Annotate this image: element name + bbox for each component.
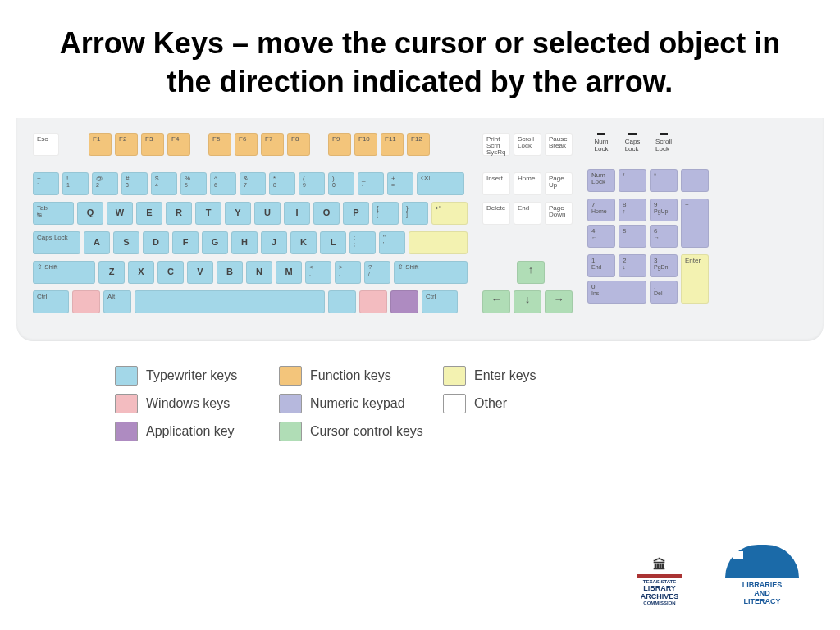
key-home: Home xyxy=(514,172,541,195)
key-c: C xyxy=(158,261,184,284)
key-d: D xyxy=(143,231,169,254)
keyboard-diagram: Esc F1 F2 F3 F4 F5 F6 F7 F8 F9 F10 F11 F… xyxy=(16,118,824,341)
legend-function: Function keys xyxy=(279,366,443,386)
key-slash: ?/ xyxy=(364,261,390,284)
key-1: !1 xyxy=(62,172,89,195)
key-n: N xyxy=(246,261,272,284)
key-g: G xyxy=(202,231,228,254)
key-arrow-left: ← xyxy=(482,290,510,313)
key-q: Q xyxy=(77,202,103,225)
key-5: %5 xyxy=(180,172,207,195)
legend-other: Other xyxy=(443,394,574,413)
logo-library-archives: 🏛 TEXAS STATE LIBRARY ARCHIVES COMMISSIO… xyxy=(627,558,692,605)
key-delete: Delete xyxy=(482,202,510,225)
key-printscreen: Print Scrn SysRq xyxy=(482,133,510,156)
legend: Typewriter keys Function keys Enter keys… xyxy=(115,366,840,441)
key-f3: F3 xyxy=(141,133,164,156)
legend-numeric: Numeric keypad xyxy=(279,394,443,413)
key--: _- xyxy=(358,172,384,195)
numpad-9: 9PgUp xyxy=(650,199,678,221)
key-arrow-down: ↓ xyxy=(514,290,541,313)
indicator-capslock: Caps Lock xyxy=(619,133,646,153)
key-period: >. xyxy=(335,261,361,284)
numpad-multiply: * xyxy=(650,169,678,192)
key-f10: F10 xyxy=(354,133,377,156)
key-bracket-right: }] xyxy=(402,202,428,225)
key-f: F xyxy=(172,231,199,254)
key-alt-left: Alt xyxy=(103,290,131,313)
numpad-subtract: - xyxy=(681,169,709,192)
key-pause: Pause Break xyxy=(545,133,573,156)
key-f5: F5 xyxy=(208,133,231,156)
numpad-7: 7Home xyxy=(587,199,615,221)
key-j: J xyxy=(261,231,287,254)
indicator-numlock: Num Lock xyxy=(587,133,615,153)
key-s: S xyxy=(113,231,139,254)
key-x: X xyxy=(128,261,154,284)
key-6: ^6 xyxy=(210,172,236,195)
numpad-2: 2↓ xyxy=(619,254,646,277)
legend-enter: Enter keys xyxy=(443,366,574,386)
key-windows-right xyxy=(359,290,387,313)
key-z: Z xyxy=(98,261,125,284)
key-e: E xyxy=(136,202,162,225)
key-alt-right xyxy=(328,290,356,313)
key-f7: F7 xyxy=(261,133,284,156)
key-tab: Tab↹ xyxy=(33,202,74,225)
key-windows-left xyxy=(72,290,100,313)
key-=: += xyxy=(387,172,413,195)
key-m: M xyxy=(276,261,302,284)
numpad-3: 3PgDn xyxy=(650,254,678,277)
key-arrow-right: → xyxy=(545,290,573,313)
footer-logos: 🏛 TEXAS STATE LIBRARY ARCHIVES COMMISSIO… xyxy=(627,545,807,605)
key-capslock: Caps Lock xyxy=(33,231,80,254)
numpad-decimal: .Del xyxy=(650,281,678,304)
key-w: W xyxy=(107,202,133,225)
legend-windows: Windows keys xyxy=(115,394,279,413)
key-insert: Insert xyxy=(482,172,510,195)
key-quote: "' xyxy=(379,231,405,254)
key-`: ~` xyxy=(33,172,59,195)
key-application xyxy=(390,290,418,313)
key-f4: F4 xyxy=(167,133,190,156)
numpad-0: 0Ins xyxy=(587,281,646,304)
key-8: *8 xyxy=(269,172,295,195)
key-pageup: Page Up xyxy=(545,172,573,195)
key-pagedown: Page Down xyxy=(545,202,573,225)
key-i: I xyxy=(284,202,310,225)
key-2: @2 xyxy=(92,172,118,195)
key-shift-right: ⇧ Shift xyxy=(394,261,468,284)
numpad-numlock: Num Lock xyxy=(587,169,615,192)
legend-typewriter: Typewriter keys xyxy=(115,366,279,386)
key-p: P xyxy=(343,202,369,225)
key-bracket-left: {[ xyxy=(372,202,399,225)
numpad-6: 6→ xyxy=(650,225,678,248)
slide-title: Arrow Keys – move the cursor or selected… xyxy=(0,0,840,110)
key-o: O xyxy=(313,202,340,225)
key-l: L xyxy=(320,231,346,254)
key-h: H xyxy=(231,231,258,254)
key-ctrl-left: Ctrl xyxy=(33,290,69,313)
key-space xyxy=(135,290,325,313)
key-k: K xyxy=(290,231,317,254)
key-shift-left: ⇧ Shift xyxy=(33,261,95,284)
key-7: &7 xyxy=(240,172,266,195)
legend-cursor: Cursor control keys xyxy=(279,422,443,441)
key-semicolon: :; xyxy=(349,231,376,254)
key-end: End xyxy=(514,202,541,225)
key-t: T xyxy=(195,202,221,225)
key-9: (9 xyxy=(299,172,325,195)
key-comma: <, xyxy=(305,261,331,284)
key-ctrl-right: Ctrl xyxy=(422,290,458,313)
key-f1: F1 xyxy=(89,133,112,156)
key-r: R xyxy=(166,202,192,225)
key-v: V xyxy=(187,261,213,284)
numpad-divide: / xyxy=(619,169,646,192)
numpad-4: 4← xyxy=(587,225,615,248)
key-f6: F6 xyxy=(235,133,258,156)
key-f11: F11 xyxy=(381,133,404,156)
key-y: Y xyxy=(225,202,251,225)
key-esc: Esc xyxy=(33,133,59,156)
legend-application: Application key xyxy=(115,422,279,441)
indicator-scrolllock: Scroll Lock xyxy=(650,133,678,153)
